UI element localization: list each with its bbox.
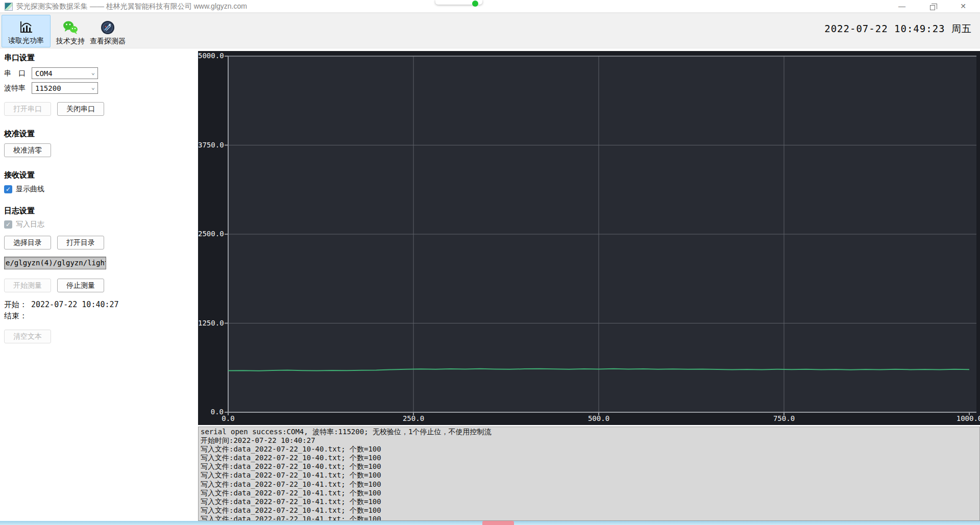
end-time-label: 结束：: [4, 311, 27, 321]
stop-measure-button[interactable]: 停止测量: [57, 279, 104, 292]
x-tick-label: 750.0: [769, 414, 799, 422]
power-curve-chart: [198, 51, 980, 425]
log-line: 写入文件:data_2022-07-22_10-41.txt; 个数=100: [201, 489, 977, 497]
open-serial-button[interactable]: 打开串口: [4, 102, 51, 116]
window-title: 荧光探测实验数据采集 —— 桂林光翼智能科技有限公司 www.glgyzn.co…: [16, 2, 247, 11]
y-tick-label: 3750.0: [198, 141, 224, 149]
open-directory-button[interactable]: 打开目录: [57, 236, 104, 249]
log-line: 开始时间:2022-07-22 10:40:27: [201, 436, 977, 445]
write-log-label: 写入日志: [16, 220, 44, 229]
close-serial-button[interactable]: 关闭串口: [57, 102, 104, 116]
overlay-window-peek[interactable]: [435, 0, 482, 5]
title-bar: 荧光探测实验数据采集 —— 桂林光翼智能科技有限公司 www.glgyzn.co…: [0, 0, 980, 13]
start-measure-button[interactable]: 开始测量: [4, 279, 51, 292]
app-icon: [5, 3, 13, 11]
log-line: 写入文件:data_2022-07-22_10-41.txt; 个数=100: [201, 497, 977, 506]
chevron-down-icon: ⌄: [91, 85, 95, 90]
com-port-select[interactable]: COM4 ⌄: [32, 67, 98, 79]
minimize-button[interactable]: —: [890, 0, 914, 13]
taskbar-strip[interactable]: [0, 521, 980, 525]
choose-directory-button[interactable]: 选择目录: [4, 236, 51, 249]
y-tick-label: 1250.0: [198, 319, 224, 327]
receive-settings-title: 接收设置: [4, 170, 198, 180]
y-tick-label: 5000.0: [198, 52, 224, 60]
close-button[interactable]: ✕: [951, 0, 975, 13]
wechat-icon: [62, 18, 79, 37]
chart-area: 0.01250.02500.03750.05000.00.0250.0500.0…: [198, 51, 980, 425]
taskbar-item-peek[interactable]: [482, 521, 514, 525]
detector-icon: [100, 18, 116, 37]
read-power-label: 读取光功率: [8, 36, 44, 45]
log-line: 写入文件:data_2022-07-22_10-41.txt; 个数=100: [201, 515, 977, 521]
read-power-button[interactable]: 读取光功率: [2, 15, 51, 47]
baud-rate-select[interactable]: 115200 ⌄: [32, 82, 98, 94]
log-settings-title: 日志设置: [4, 206, 198, 216]
tech-support-label: 技术支持: [56, 37, 85, 46]
toolbar: 读取光功率 技术支持: [0, 13, 980, 48]
log-output[interactable]: serial open success:COM4, 波特率:115200; 无校…: [198, 427, 980, 521]
port-label: 串 口: [4, 69, 32, 78]
calibration-settings-title: 校准设置: [4, 129, 198, 139]
x-tick-label: 250.0: [398, 414, 429, 422]
restore-button[interactable]: [921, 0, 944, 13]
settings-sidebar: 串口设置 串 口 COM4 ⌄ 波特率 115200 ⌄ 打开串口 关闭串口 校…: [0, 49, 198, 521]
log-line: 写入文件:data_2022-07-22_10-41.txt; 个数=100: [201, 480, 977, 489]
com-port-value: COM4: [35, 69, 53, 78]
baud-label: 波特率: [4, 84, 32, 93]
x-tick-label: 1000.0: [954, 414, 980, 422]
directory-path-input[interactable]: e/glgyzn(4)/glgyzn/light: [4, 257, 106, 269]
view-detector-label: 查看探测器: [90, 37, 126, 46]
view-detector-button[interactable]: 查看探测器: [87, 15, 129, 47]
start-time-label: 开始：: [4, 300, 27, 310]
baud-rate-value: 115200: [35, 84, 61, 92]
log-line: 写入文件:data_2022-07-22_10-41.txt; 个数=100: [201, 506, 977, 515]
restore-icon: [930, 5, 935, 10]
show-curve-label: 显示曲线: [16, 185, 44, 194]
log-line: serial open success:COM4, 波特率:115200; 无校…: [201, 428, 977, 436]
green-status-icon: [472, 1, 478, 7]
calibration-zero-button[interactable]: 校准清零: [4, 143, 51, 157]
log-line: 写入文件:data_2022-07-22_10-40.txt; 个数=100: [201, 462, 977, 471]
y-tick-label: 2500.0: [198, 230, 224, 238]
serial-settings-title: 串口设置: [4, 53, 198, 63]
x-tick-label: 0.0: [213, 414, 243, 422]
log-line: 写入文件:data_2022-07-22_10-40.txt; 个数=100: [201, 445, 977, 454]
bar-chart-icon: [18, 18, 34, 36]
log-line: 写入文件:data_2022-07-22_10-40.txt; 个数=100: [201, 454, 977, 462]
clear-text-button[interactable]: 清空文本: [4, 330, 51, 343]
datetime-display: 2022-07-22 10:49:23 周五: [824, 22, 972, 36]
write-log-checkbox[interactable]: ✓: [4, 220, 12, 229]
chevron-down-icon: ⌄: [91, 70, 95, 75]
tech-support-button[interactable]: 技术支持: [53, 15, 88, 47]
x-tick-label: 500.0: [583, 414, 614, 422]
log-line: 写入文件:data_2022-07-22_10-41.txt; 个数=100: [201, 471, 977, 480]
start-time-value: 2022-07-22 10:40:27: [31, 300, 119, 310]
show-curve-checkbox[interactable]: ✓: [4, 185, 12, 193]
